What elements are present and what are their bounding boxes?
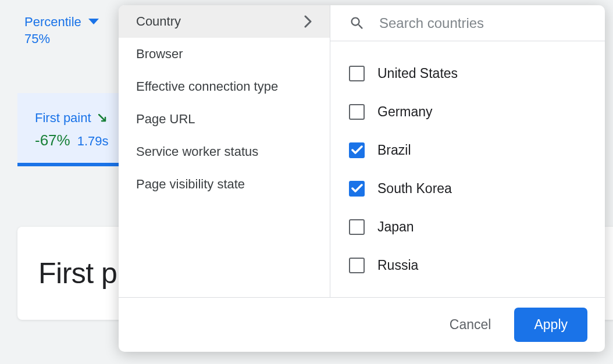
- filter-category-label: Service worker status: [136, 144, 258, 159]
- option-row[interactable]: South Korea: [330, 169, 605, 208]
- filter-category-label: Effective connection type: [136, 79, 278, 94]
- option-label: Germany: [377, 104, 433, 120]
- filter-category-item[interactable]: Page URL: [119, 103, 330, 135]
- percentile-dropdown[interactable]: Percentile 75%: [24, 14, 99, 47]
- metric-title: First paint: [35, 110, 91, 126]
- option-label: Russia: [377, 258, 418, 273]
- filter-category-label: Page URL: [136, 112, 195, 127]
- filter-category-label: Page visibility state: [136, 177, 245, 192]
- filter-category-label: Browser: [136, 47, 183, 62]
- search-input[interactable]: [379, 15, 586, 31]
- filter-category-list: CountryBrowserEffective connection typeP…: [119, 5, 330, 297]
- percentile-value: 75%: [24, 31, 81, 48]
- checkbox[interactable]: [349, 142, 365, 158]
- metric-delta: -67%: [35, 131, 70, 149]
- chevron-right-icon: [304, 15, 312, 28]
- percentile-label: Percentile: [24, 14, 81, 31]
- filter-category-item[interactable]: Effective connection type: [119, 70, 330, 103]
- option-label: United States: [377, 66, 458, 81]
- option-row[interactable]: Brazil: [330, 131, 605, 169]
- dropdown-triangle-icon: [88, 19, 99, 24]
- heading-text-left: First p: [38, 256, 117, 290]
- search-icon: [349, 15, 365, 31]
- search-row: [330, 5, 605, 41]
- filter-category-item[interactable]: Service worker status: [119, 135, 330, 168]
- cancel-button[interactable]: Cancel: [443, 312, 498, 337]
- filter-category-item[interactable]: Page visibility state: [119, 168, 330, 201]
- checkbox[interactable]: [349, 104, 365, 120]
- option-row[interactable]: United States: [330, 54, 605, 92]
- metric-time: 1.79s: [77, 134, 109, 149]
- option-row[interactable]: Japan: [330, 208, 605, 246]
- apply-button[interactable]: Apply: [514, 308, 587, 342]
- option-label: Brazil: [377, 142, 411, 158]
- filter-footer: Cancel Apply: [119, 297, 605, 352]
- options-list: United StatesGermanyBrazilSouth KoreaJap…: [330, 41, 605, 297]
- filter-category-item[interactable]: Country: [119, 5, 330, 38]
- checkbox[interactable]: [349, 66, 365, 81]
- checkbox[interactable]: [349, 181, 365, 197]
- option-row[interactable]: Germany: [330, 92, 605, 131]
- checkbox[interactable]: [349, 258, 365, 273]
- filter-popover: CountryBrowserEffective connection typeP…: [119, 5, 605, 352]
- option-label: Japan: [377, 219, 414, 235]
- option-row[interactable]: Russia: [330, 246, 605, 284]
- trend-down-icon: [98, 114, 110, 122]
- filter-category-item[interactable]: Browser: [119, 38, 330, 70]
- option-label: South Korea: [377, 181, 452, 197]
- checkbox[interactable]: [349, 219, 365, 235]
- filter-category-label: Country: [136, 14, 181, 29]
